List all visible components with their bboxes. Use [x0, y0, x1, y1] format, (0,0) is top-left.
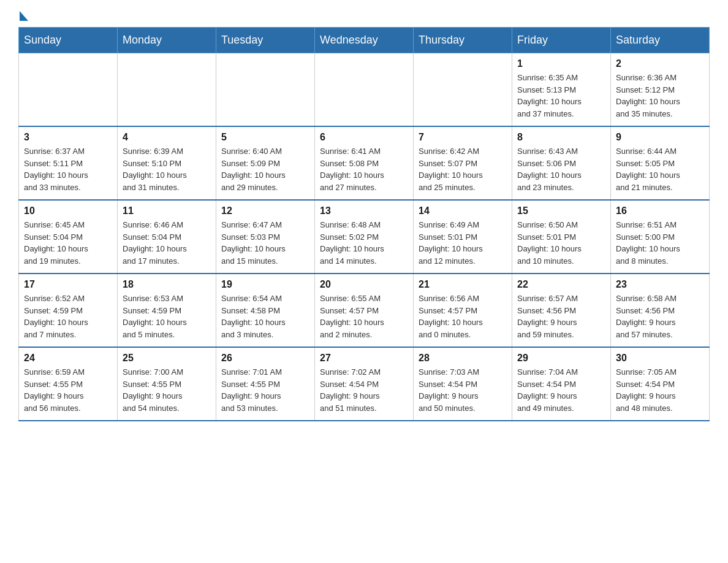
calendar-cell: 23Sunrise: 6:58 AM Sunset: 4:56 PM Dayli…	[611, 274, 710, 347]
day-number: 12	[221, 205, 309, 216]
calendar-cell: 8Sunrise: 6:43 AM Sunset: 5:06 PM Daylig…	[512, 126, 611, 200]
calendar-header: SundayMondayTuesdayWednesdayThursdayFrid…	[19, 28, 710, 53]
calendar-cell: 6Sunrise: 6:41 AM Sunset: 5:08 PM Daylig…	[315, 126, 414, 200]
day-info: Sunrise: 6:47 AM Sunset: 5:03 PM Dayligh…	[221, 219, 309, 267]
day-info: Sunrise: 7:05 AM Sunset: 4:54 PM Dayligh…	[616, 366, 704, 414]
day-number: 7	[419, 132, 507, 143]
day-number: 5	[221, 132, 309, 143]
calendar-cell	[414, 53, 512, 127]
day-info: Sunrise: 6:37 AM Sunset: 5:11 PM Dayligh…	[24, 145, 112, 193]
calendar-cell: 1Sunrise: 6:35 AM Sunset: 5:13 PM Daylig…	[512, 53, 611, 127]
day-number: 1	[517, 58, 605, 69]
day-info: Sunrise: 7:02 AM Sunset: 4:54 PM Dayligh…	[320, 366, 408, 414]
calendar-week-3: 10Sunrise: 6:45 AM Sunset: 5:04 PM Dayli…	[19, 200, 710, 274]
day-number: 28	[419, 353, 507, 364]
day-info: Sunrise: 6:49 AM Sunset: 5:01 PM Dayligh…	[419, 219, 507, 267]
calendar-cell	[19, 53, 118, 127]
day-info: Sunrise: 6:35 AM Sunset: 5:13 PM Dayligh…	[517, 72, 605, 120]
calendar-week-1: 1Sunrise: 6:35 AM Sunset: 5:13 PM Daylig…	[19, 53, 710, 127]
day-info: Sunrise: 6:58 AM Sunset: 4:56 PM Dayligh…	[616, 293, 704, 340]
day-info: Sunrise: 6:51 AM Sunset: 5:00 PM Dayligh…	[616, 219, 704, 267]
calendar-cell: 22Sunrise: 6:57 AM Sunset: 4:56 PM Dayli…	[512, 274, 611, 347]
calendar-cell: 7Sunrise: 6:42 AM Sunset: 5:07 PM Daylig…	[414, 126, 512, 200]
day-number: 25	[123, 353, 211, 364]
calendar-cell: 10Sunrise: 6:45 AM Sunset: 5:04 PM Dayli…	[19, 200, 118, 274]
calendar-cell: 20Sunrise: 6:55 AM Sunset: 4:57 PM Dayli…	[315, 274, 414, 347]
day-number: 6	[320, 132, 408, 143]
day-info: Sunrise: 6:56 AM Sunset: 4:57 PM Dayligh…	[419, 293, 507, 340]
day-info: Sunrise: 7:04 AM Sunset: 4:54 PM Dayligh…	[517, 366, 605, 414]
calendar-cell: 28Sunrise: 7:03 AM Sunset: 4:54 PM Dayli…	[414, 347, 512, 421]
day-info: Sunrise: 6:55 AM Sunset: 4:57 PM Dayligh…	[320, 293, 408, 340]
calendar-cell: 3Sunrise: 6:37 AM Sunset: 5:11 PM Daylig…	[19, 126, 118, 200]
calendar-cell: 9Sunrise: 6:44 AM Sunset: 5:05 PM Daylig…	[611, 126, 710, 200]
calendar-cell: 4Sunrise: 6:39 AM Sunset: 5:10 PM Daylig…	[118, 126, 216, 200]
weekday-header-friday: Friday	[512, 28, 611, 53]
calendar-cell: 21Sunrise: 6:56 AM Sunset: 4:57 PM Dayli…	[414, 274, 512, 347]
calendar-cell: 27Sunrise: 7:02 AM Sunset: 4:54 PM Dayli…	[315, 347, 414, 421]
day-info: Sunrise: 6:39 AM Sunset: 5:10 PM Dayligh…	[123, 145, 211, 193]
calendar-body: 1Sunrise: 6:35 AM Sunset: 5:13 PM Daylig…	[19, 53, 710, 421]
day-info: Sunrise: 6:48 AM Sunset: 5:02 PM Dayligh…	[320, 219, 408, 267]
calendar-cell: 17Sunrise: 6:52 AM Sunset: 4:59 PM Dayli…	[19, 274, 118, 347]
calendar-cell	[315, 53, 414, 127]
calendar-cell: 15Sunrise: 6:50 AM Sunset: 5:01 PM Dayli…	[512, 200, 611, 274]
weekday-header-tuesday: Tuesday	[216, 28, 315, 53]
calendar-cell: 18Sunrise: 6:53 AM Sunset: 4:59 PM Dayli…	[118, 274, 216, 347]
day-number: 10	[24, 205, 112, 216]
day-number: 30	[616, 353, 704, 364]
calendar-cell: 24Sunrise: 6:59 AM Sunset: 4:55 PM Dayli…	[19, 347, 118, 421]
day-number: 16	[616, 205, 704, 216]
day-info: Sunrise: 6:57 AM Sunset: 4:56 PM Dayligh…	[517, 293, 605, 340]
day-number: 26	[221, 353, 309, 364]
day-number: 19	[221, 279, 309, 290]
calendar-cell	[118, 53, 216, 127]
day-info: Sunrise: 6:59 AM Sunset: 4:55 PM Dayligh…	[24, 366, 112, 414]
day-info: Sunrise: 6:40 AM Sunset: 5:09 PM Dayligh…	[221, 145, 309, 193]
calendar-cell: 30Sunrise: 7:05 AM Sunset: 4:54 PM Dayli…	[611, 347, 710, 421]
day-number: 18	[123, 279, 211, 290]
weekday-header-sunday: Sunday	[19, 28, 118, 53]
day-number: 24	[24, 353, 112, 364]
day-info: Sunrise: 6:41 AM Sunset: 5:08 PM Dayligh…	[320, 145, 408, 193]
day-number: 23	[616, 279, 704, 290]
page-header	[18, 12, 710, 20]
day-info: Sunrise: 6:36 AM Sunset: 5:12 PM Dayligh…	[616, 72, 704, 120]
calendar-cell: 26Sunrise: 7:01 AM Sunset: 4:55 PM Dayli…	[216, 347, 315, 421]
calendar-cell: 19Sunrise: 6:54 AM Sunset: 4:58 PM Dayli…	[216, 274, 315, 347]
calendar-cell: 29Sunrise: 7:04 AM Sunset: 4:54 PM Dayli…	[512, 347, 611, 421]
day-number: 9	[616, 132, 704, 143]
day-number: 4	[123, 132, 211, 143]
calendar-cell: 11Sunrise: 6:46 AM Sunset: 5:04 PM Dayli…	[118, 200, 216, 274]
calendar-cell: 13Sunrise: 6:48 AM Sunset: 5:02 PM Dayli…	[315, 200, 414, 274]
day-info: Sunrise: 6:43 AM Sunset: 5:06 PM Dayligh…	[517, 145, 605, 193]
day-info: Sunrise: 7:03 AM Sunset: 4:54 PM Dayligh…	[419, 366, 507, 414]
day-info: Sunrise: 6:52 AM Sunset: 4:59 PM Dayligh…	[24, 293, 112, 340]
day-info: Sunrise: 6:45 AM Sunset: 5:04 PM Dayligh…	[24, 219, 112, 267]
day-number: 14	[419, 205, 507, 216]
day-number: 29	[517, 353, 605, 364]
day-number: 27	[320, 353, 408, 364]
calendar-cell: 14Sunrise: 6:49 AM Sunset: 5:01 PM Dayli…	[414, 200, 512, 274]
calendar-week-4: 17Sunrise: 6:52 AM Sunset: 4:59 PM Dayli…	[19, 274, 710, 347]
weekday-header-saturday: Saturday	[611, 28, 710, 53]
day-info: Sunrise: 6:42 AM Sunset: 5:07 PM Dayligh…	[419, 145, 507, 193]
day-number: 2	[616, 58, 704, 69]
logo-arrow-icon	[20, 11, 28, 21]
day-info: Sunrise: 6:50 AM Sunset: 5:01 PM Dayligh…	[517, 219, 605, 267]
day-number: 22	[517, 279, 605, 290]
day-info: Sunrise: 6:44 AM Sunset: 5:05 PM Dayligh…	[616, 145, 704, 193]
calendar-cell: 12Sunrise: 6:47 AM Sunset: 5:03 PM Dayli…	[216, 200, 315, 274]
weekday-header-thursday: Thursday	[414, 28, 512, 53]
day-number: 17	[24, 279, 112, 290]
logo	[18, 12, 28, 20]
day-number: 3	[24, 132, 112, 143]
calendar-week-5: 24Sunrise: 6:59 AM Sunset: 4:55 PM Dayli…	[19, 347, 710, 421]
weekday-header-monday: Monday	[118, 28, 216, 53]
calendar-cell: 16Sunrise: 6:51 AM Sunset: 5:00 PM Dayli…	[611, 200, 710, 274]
calendar-week-2: 3Sunrise: 6:37 AM Sunset: 5:11 PM Daylig…	[19, 126, 710, 200]
day-info: Sunrise: 7:01 AM Sunset: 4:55 PM Dayligh…	[221, 366, 309, 414]
day-number: 13	[320, 205, 408, 216]
weekday-header-wednesday: Wednesday	[315, 28, 414, 53]
day-number: 20	[320, 279, 408, 290]
